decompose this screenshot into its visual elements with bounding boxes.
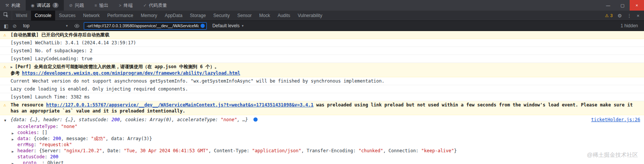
log-levels-selector[interactable]: Default levels ▾	[211, 23, 245, 28]
separator: :	[34, 142, 39, 147]
separator: :	[45, 154, 50, 159]
window-tab-build[interactable]: ⚒ 构建	[0, 0, 26, 11]
tab-performance[interactable]: Performance	[103, 11, 137, 20]
preview-segment: , …}	[237, 117, 248, 122]
object-preview-text: {data: {…}, header: {…}, statusCode: 200…	[11, 117, 248, 122]
tab-sensor[interactable]: Sensor	[233, 11, 255, 20]
tab-memory[interactable]: Memory	[137, 11, 161, 20]
juejin-watermark: @稀土掘金技术社区	[587, 152, 638, 159]
console-toolbar: ◧ ⊘ top ▾ Default levels ▾ 1 hidden	[0, 21, 644, 31]
window-tab-label: 终端	[124, 2, 133, 9]
console-filter-input[interactable]	[84, 22, 207, 30]
warning-count: 3	[610, 13, 613, 18]
tab-security[interactable]: Security	[210, 11, 233, 20]
property-row-data[interactable]: ▶ data: {code: 200, message: "成功", data:…	[0, 136, 644, 142]
reference-label: 参考	[11, 70, 20, 76]
eye-icon[interactable]	[74, 23, 80, 29]
property-value: "request:ok"	[39, 142, 72, 147]
tab-appdata[interactable]: AppData	[161, 11, 186, 20]
warning-icon: ⚠	[3, 64, 6, 70]
value-segment: "Tue, 30 Apr 2024 06:41:53 GMT"	[124, 148, 208, 153]
close-devtools-icon[interactable]: ×	[636, 13, 639, 19]
debugger-count-badge: 3	[53, 3, 59, 8]
message-text: [Perf] 全局自定义组件可能影响按需注入的效果，请谨慎使用（在 app.js…	[15, 64, 219, 69]
tab-vulnerability[interactable]: Vulnerability	[294, 11, 326, 20]
message-block: The resource http://127.0.0.1:55767/apps…	[11, 102, 640, 114]
tab-wxml[interactable]: Wxml	[12, 11, 31, 20]
property-row-cookies[interactable]: ▶ cookies: []	[0, 130, 644, 136]
expand-arrow-icon[interactable]: ▶	[11, 64, 12, 70]
terminal-icon: >	[119, 3, 121, 8]
separator: :	[34, 148, 39, 153]
tab-sources[interactable]: Sources	[55, 11, 79, 20]
code-quality-icon: ✓	[143, 3, 147, 8]
property-row-proto[interactable]: ▶ __proto__: Object	[0, 160, 644, 164]
value-segment: 200	[53, 136, 61, 141]
collapse-arrow-icon[interactable]: ▼	[4, 117, 6, 123]
clear-console-icon[interactable]: ⊘	[12, 23, 17, 29]
window-controls: — ▢ ×	[601, 0, 644, 11]
property-value: Object	[47, 160, 63, 164]
value-segment: "keep-alive"	[421, 148, 454, 153]
message-text: Lazy code loading is enabled. Only injec…	[11, 86, 188, 92]
more-options-icon[interactable]: ⋮	[627, 13, 632, 19]
property-row-header[interactable]: ▶ header: {Server: "nginx/1.20.2", Date:…	[0, 148, 644, 154]
window-tab-output[interactable]: ≡ 输出	[89, 0, 113, 11]
console-log-lazycodeloading: [system] LazyCodeLoading: true	[0, 55, 644, 63]
hidden-messages-count[interactable]: 1 hidden	[621, 23, 640, 28]
levels-value: Default levels	[212, 23, 239, 28]
output-icon: ≡	[94, 3, 97, 8]
console-log-launch-time: [system] Launch Time: 3382 ms	[0, 93, 644, 101]
expand-arrow-icon[interactable]: ▶	[12, 131, 14, 136]
expand-arrow-icon[interactable]: ▶	[12, 137, 14, 142]
tab-audits[interactable]: Audits	[274, 11, 294, 20]
warnings-indicator[interactable]: ⚠ 3	[605, 13, 613, 18]
window-tab-terminal[interactable]: > 终端	[114, 0, 138, 11]
window-tab-debugger[interactable]: ◉ 调试器 3	[26, 0, 64, 11]
separator: :	[28, 136, 34, 141]
separator: :	[56, 124, 61, 129]
property-key: __proto__	[17, 160, 42, 164]
tab-console[interactable]: Console	[31, 11, 55, 20]
window-tab-problems[interactable]: ⊘ 问题	[64, 0, 89, 11]
message-text: The resource	[11, 102, 46, 108]
property-key: cookies	[17, 130, 37, 135]
window-tab-code-quality[interactable]: ✓ 代码质量	[138, 0, 172, 11]
preloaded-resource-link[interactable]: http://127.0.0.1:55767/appservice/__dev_…	[46, 102, 314, 108]
message-text: [system] LazyCodeLoading: true	[11, 56, 93, 61]
tab-storage[interactable]: Storage	[186, 11, 210, 20]
info-icon	[253, 117, 258, 122]
window-tab-label: 问题	[75, 2, 84, 9]
minimize-button[interactable]: —	[601, 0, 615, 11]
console-messages: ⚠ [自动热重载] 已开启代码文件保存后自动热重载 [system] WeCha…	[0, 31, 644, 164]
preview-segment: "none"	[221, 117, 237, 122]
warning-icon: ⚠	[3, 102, 6, 108]
debugger-icon: ◉	[31, 3, 35, 8]
value-segment: "chunked"	[358, 148, 383, 153]
window-tab-label: 代码质量	[149, 2, 167, 9]
clear-filter-icon[interactable]	[201, 24, 205, 28]
console-sidebar-icon[interactable]: ◧	[4, 23, 8, 29]
close-button[interactable]: ×	[630, 0, 644, 11]
message-text: [system] No. of subpackages: 2	[11, 48, 93, 53]
window-tab-label: 构建	[11, 2, 20, 9]
tab-mock[interactable]: Mock	[255, 11, 274, 20]
message-text: [system] WeChatLib: 3.4.1 (2024.4.14 23:…	[11, 40, 136, 45]
context-selector[interactable]: top ▾	[21, 22, 70, 29]
source-location-link[interactable]: ticketHolder.js:26	[591, 117, 640, 123]
settings-gear-icon[interactable]: ⚙	[618, 13, 622, 19]
value-segment: , message:	[61, 136, 91, 141]
expand-arrow-icon[interactable]: ▶	[12, 149, 14, 154]
maximize-button[interactable]: ▢	[615, 0, 630, 11]
tab-network[interactable]: Network	[79, 11, 103, 20]
chevron-down-icon: ▾	[242, 24, 244, 28]
warning-icon: ⚠	[3, 32, 6, 38]
console-warning-perf: ⚠ ▶[Perf] 全局自定义组件可能影响按需注入的效果，请谨慎使用（在 app…	[0, 63, 644, 77]
inspect-element-button[interactable]	[0, 11, 12, 20]
property-row-errmsg: errMsg: "request:ok"	[0, 142, 644, 148]
expand-arrow-icon[interactable]: ▶	[12, 161, 14, 164]
property-value: "none"	[61, 124, 77, 129]
lazyload-doc-link[interactable]: https://developers.weixin.qq.com/minipro…	[22, 70, 240, 76]
separator: :	[42, 160, 47, 164]
console-warning-preload: ⚠ The resource http://127.0.0.1:55767/ap…	[0, 101, 644, 115]
